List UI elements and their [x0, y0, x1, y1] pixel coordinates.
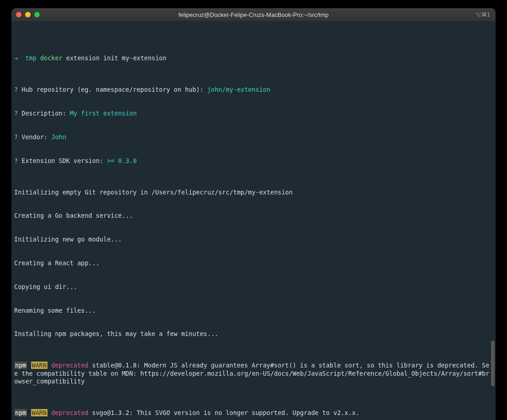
prompt-question: ? Vendor: John [14, 133, 493, 141]
npm-badge: npm [14, 409, 27, 416]
npm-warn-line: npm WARN deprecated svgo@1.3.2: This SVG… [14, 409, 493, 417]
deprecated-label: deprecated [51, 409, 88, 416]
window-title: felipecruz@Docker-Felipe-Cruzs-MacBook-P… [11, 11, 496, 18]
prompt-question: ? Extension SDK version: >= 0.3.0 [14, 157, 493, 165]
description-answer: My first extension [70, 110, 137, 117]
deprecated-label: deprecated [51, 362, 88, 369]
npm-warn-line: npm WARN deprecated stable@0.1.8: Modern… [14, 362, 493, 385]
warn-badge: WARN [31, 362, 48, 369]
sdk-version-answer: >= 0.3.0 [107, 157, 137, 164]
hub-repo-answer: john/my-extension [207, 86, 270, 93]
prompt-question: ? Hub repository (eg. namespace/reposito… [14, 86, 493, 94]
command-args: extension init my-extension [66, 54, 166, 62]
output-line: Initializing new go module... [14, 236, 493, 243]
prompt-cwd: tmp [25, 54, 36, 62]
output-line: Copying ui dir... [14, 283, 493, 291]
scrollbar-thumb[interactable] [491, 341, 495, 386]
warn-badge: WARN [31, 409, 48, 416]
window-shortcut-indicator: ⌥⌘1 [475, 11, 490, 18]
terminal-window: felipecruz@Docker-Felipe-Cruzs-MacBook-P… [11, 8, 496, 420]
command-name: docker [40, 54, 63, 62]
output-line: Initializing empty Git repository in /Us… [14, 189, 493, 196]
titlebar[interactable]: felipecruz@Docker-Felipe-Cruzs-MacBook-P… [11, 8, 496, 21]
prompt-question: ? Description: My first extension [14, 110, 493, 117]
prompt-arrow: → [14, 54, 18, 62]
vendor-answer: John [51, 133, 66, 141]
output-line: Creating a Go backend service... [14, 212, 493, 220]
prompt-line: → tmp docker extension init my-extension [14, 54, 493, 62]
output-line: Installing npm packages, this may take a… [14, 330, 493, 338]
output-line: Renaming some files... [14, 307, 493, 315]
terminal-body[interactable]: → tmp docker extension init my-extension… [11, 21, 496, 420]
npm-badge: npm [14, 362, 27, 369]
output-line: Creating a React app... [14, 259, 493, 267]
